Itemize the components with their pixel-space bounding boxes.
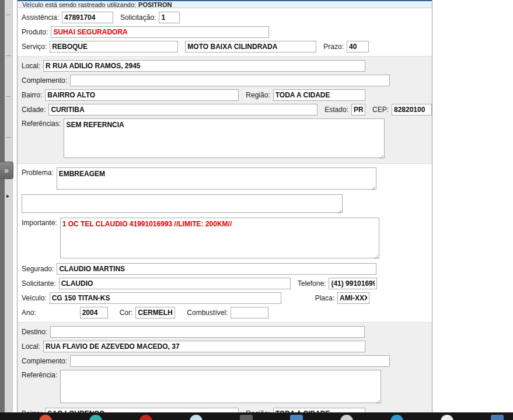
- problema-textarea[interactable]: EMBREAGEM: [57, 167, 376, 190]
- solicitante-input[interactable]: [59, 278, 291, 289]
- ano-input[interactable]: [80, 307, 108, 318]
- produto-label: Produto:: [22, 28, 48, 36]
- complemento-input[interactable]: [70, 75, 390, 86]
- destino-bairro-input[interactable]: [45, 408, 239, 412]
- dock-app-red-orange-icon[interactable]: [39, 415, 52, 420]
- veiculo-input[interactable]: [50, 292, 281, 304]
- double-chevron-right-icon: »: [4, 166, 9, 175]
- section-assistance: Assistência: Solicitação: Produto: Servi…: [18, 8, 432, 56]
- tracking-status-text: Veículo está sendo rastreado utilizando:: [22, 1, 136, 8]
- destino-complemento-input[interactable]: [70, 355, 390, 367]
- assistencia-input[interactable]: [62, 12, 113, 23]
- veiculo-label: Veículo:: [22, 294, 47, 302]
- estado-label: Estado:: [324, 106, 348, 114]
- sidebar-expand-button[interactable]: »: [0, 162, 13, 179]
- combustivel-label: Combustível:: [187, 309, 228, 317]
- dock-app-teal-icon[interactable]: [89, 415, 102, 420]
- produto-input[interactable]: [51, 26, 269, 38]
- solicitante-label: Solicitante:: [22, 279, 56, 288]
- destino-local-label: Local:: [22, 342, 40, 351]
- destino-referencia-label: Referência:: [22, 371, 57, 379]
- regiao-label: Região:: [246, 91, 270, 99]
- dock-app-dark-gray-icon[interactable]: [240, 415, 253, 420]
- servico-input[interactable]: [50, 41, 178, 52]
- destino-label: Destino:: [22, 328, 47, 336]
- complemento-label: Complemento:: [22, 76, 67, 85]
- dock-app-light-gray-icon[interactable]: [340, 415, 353, 420]
- assistencia-label: Assistência:: [22, 13, 59, 22]
- combustivel-input[interactable]: [231, 307, 268, 318]
- cidade-label: Cidade:: [22, 106, 46, 114]
- destino-input[interactable]: [50, 326, 365, 338]
- cidade-input[interactable]: [48, 104, 317, 116]
- observacao-textarea[interactable]: [22, 194, 343, 213]
- cor-label: Cor:: [120, 309, 133, 317]
- dock-app-red-icon[interactable]: [139, 415, 152, 420]
- tracking-provider: POSITRON: [138, 1, 172, 8]
- regiao-input[interactable]: [273, 89, 365, 101]
- importante-label: Importante:: [22, 219, 57, 227]
- splitter-tick: [6, 137, 11, 138]
- solicitacao-label: Solicitação:: [120, 13, 156, 22]
- destino-complemento-label: Complemento:: [22, 357, 67, 365]
- segurado-input[interactable]: [57, 263, 376, 275]
- splitter-tick: [6, 15, 11, 15]
- estado-input[interactable]: [351, 104, 365, 116]
- tracking-status-bar: Veículo está sendo rastreado utilizando:…: [18, 0, 432, 8]
- servico-tipo-input[interactable]: [185, 41, 316, 52]
- cep-input[interactable]: [392, 104, 432, 116]
- cor-input[interactable]: [135, 307, 175, 318]
- dock-app-blue-square-icon[interactable]: [491, 415, 504, 420]
- dock-app-blue-window-icon[interactable]: [290, 415, 303, 420]
- local-input[interactable]: [43, 60, 365, 72]
- bairro-label: Bairro:: [22, 91, 42, 99]
- importante-textarea[interactable]: 1 OC TEL CLAUDIO 41991016993 //LIMITE: 2…: [60, 218, 379, 258]
- ano-label: Ano:: [22, 309, 36, 317]
- segurado-label: Segurado:: [22, 265, 54, 273]
- taskbar-dock: [0, 412, 513, 420]
- prazo-label: Prazo:: [323, 43, 344, 51]
- bairro-input[interactable]: [45, 89, 239, 101]
- destino-referencia-textarea[interactable]: [60, 370, 381, 403]
- telefone-input[interactable]: [329, 278, 377, 289]
- assistance-form-panel: Veículo está sendo rastreado utilizando:…: [17, 0, 432, 412]
- referencias-label: Referências:: [22, 120, 61, 128]
- sidebar-collapsed-panel: [0, 0, 5, 412]
- solicitacao-input[interactable]: [159, 12, 180, 23]
- sidebar-splitter[interactable]: [5, 0, 13, 412]
- placa-label: Placa:: [315, 294, 334, 302]
- dock-app-blue-icon[interactable]: [390, 415, 403, 420]
- section-origin-address: Local: Complemento: Bairro: Região: Cida…: [18, 56, 432, 164]
- expand-arrow-icon[interactable]: ▸: [6, 192, 9, 199]
- destino-regiao-input[interactable]: [273, 408, 365, 412]
- splitter-tick: [6, 96, 11, 97]
- splitter-tick: [6, 55, 11, 56]
- local-label: Local:: [22, 62, 40, 70]
- cep-label: CEP:: [372, 106, 389, 114]
- section-destination-address: Destino: Local: Complemento: Referência:…: [18, 322, 432, 412]
- servico-label: Serviço:: [22, 43, 47, 51]
- section-problem-vehicle: Problema: EMBREAGEM Importante: 1 OC TEL…: [18, 164, 432, 322]
- referencias-textarea[interactable]: SEM REFERNCIA: [64, 118, 385, 158]
- destino-local-input[interactable]: [43, 341, 365, 352]
- problema-label: Problema:: [22, 169, 54, 177]
- telefone-label: Telefone:: [298, 279, 326, 288]
- dock-app-pale-blue-icon[interactable]: [190, 415, 203, 420]
- placa-input[interactable]: [337, 292, 369, 304]
- dock-app-white-icon[interactable]: [441, 415, 453, 420]
- prazo-input[interactable]: [347, 41, 369, 52]
